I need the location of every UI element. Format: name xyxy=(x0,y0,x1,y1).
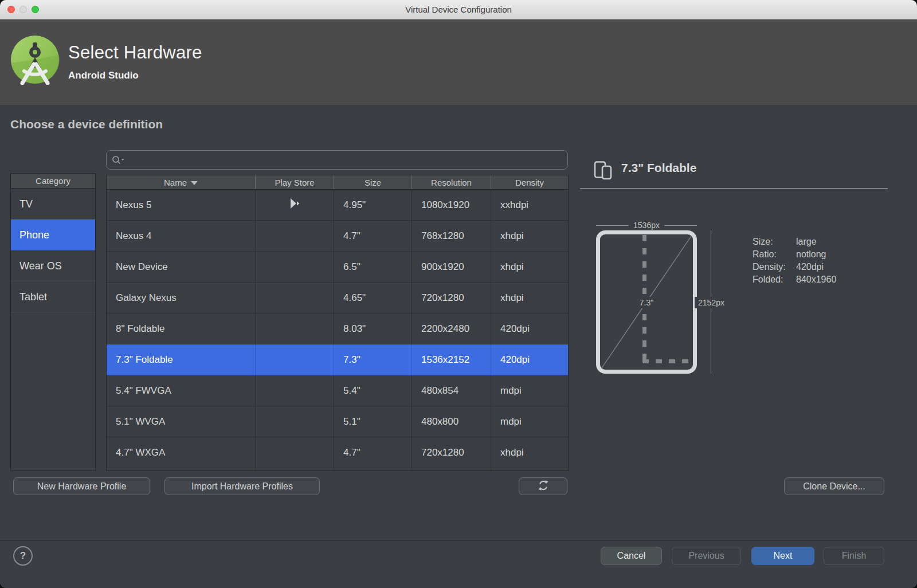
spec-value-ratio: notlong xyxy=(796,248,836,261)
device-row-8-foldable[interactable]: 8" Foldable8.03"2200x2480420dpi xyxy=(107,313,568,344)
device-row-nexus-4[interactable]: Nexus 44.7"768x1280xhdpi xyxy=(107,221,568,252)
spec-label-size: Size: xyxy=(753,236,796,248)
detail-device-title: 7.3" Foldable xyxy=(621,161,696,175)
finish-button[interactable]: Finish xyxy=(824,547,884,565)
category-list: TVPhoneWear OSTablet xyxy=(11,189,95,312)
column-header-play-store[interactable]: Play Store xyxy=(256,175,334,189)
search-input[interactable] xyxy=(128,155,563,165)
device-search-field[interactable] xyxy=(106,150,568,170)
help-button[interactable]: ? xyxy=(13,546,33,566)
device-name-cell: 5.4" FWVGA xyxy=(107,375,256,406)
next-button[interactable]: Next xyxy=(751,547,814,565)
play-store-cell xyxy=(256,313,334,344)
play-store-cell xyxy=(256,344,334,375)
size-cell: 5.1" xyxy=(334,406,412,437)
density-cell: xhdpi xyxy=(491,252,568,282)
refresh-button[interactable] xyxy=(519,477,567,495)
android-studio-logo-icon xyxy=(10,34,60,85)
density-cell: mdpi xyxy=(491,375,568,406)
resolution-cell: 480x854 xyxy=(412,375,491,406)
device-table-header: NamePlay StoreSizeResolutionDensity xyxy=(107,175,568,190)
section-title: Choose a device definition xyxy=(10,117,163,131)
device-row-partial xyxy=(107,468,568,471)
resolution-cell: 720x1280 xyxy=(412,437,491,468)
new-hardware-profile-button[interactable]: New Hardware Profile xyxy=(13,477,150,495)
device-row-nexus-5[interactable]: Nexus 54.95"1080x1920xxhdpi xyxy=(107,190,568,221)
spec-value-folded: 840x1960 xyxy=(796,273,836,286)
resolution-cell: 720x1280 xyxy=(412,283,491,313)
device-specs: Size:largeRatio:notlongDensity:420dpiFol… xyxy=(753,236,836,286)
close-window-button[interactable] xyxy=(7,6,15,13)
density-cell: xhdpi xyxy=(491,221,568,251)
device-row-5-4-fwvga[interactable]: 5.4" FWVGA5.4"480x854mdpi xyxy=(107,375,568,406)
clone-device-button[interactable]: Clone Device... xyxy=(784,477,884,495)
category-item-wear-os[interactable]: Wear OS xyxy=(11,250,95,281)
diagram-width-measure: 1536px xyxy=(596,221,697,230)
density-cell: mdpi xyxy=(491,406,568,437)
density-cell: xhdpi xyxy=(491,437,568,468)
device-name-cell: 7.3" Foldable xyxy=(107,344,256,375)
column-header-name[interactable]: Name xyxy=(107,175,256,189)
previous-button[interactable]: Previous xyxy=(672,547,741,565)
import-hardware-profiles-button[interactable]: Import Hardware Profiles xyxy=(164,477,320,495)
page-title: Select Hardware xyxy=(68,42,202,63)
category-item-tablet[interactable]: Tablet xyxy=(11,281,95,312)
category-item-phone[interactable]: Phone xyxy=(11,219,95,250)
device-name-cell: 5.1" WVGA xyxy=(107,406,256,437)
device-row-4-7-wxga[interactable]: 4.7" WXGA4.7"720x1280xhdpi xyxy=(107,437,568,468)
cancel-button[interactable]: Cancel xyxy=(601,547,662,565)
resolution-cell: 2200x2480 xyxy=(412,313,491,344)
virtual-device-configuration-window: Virtual Device Configuration Select Hard… xyxy=(0,0,917,588)
device-row-galaxy-nexus[interactable]: Galaxy Nexus4.65"720x1280xhdpi xyxy=(107,283,568,313)
category-item-tv[interactable]: TV xyxy=(11,189,95,219)
resolution-cell: 1080x1920 xyxy=(412,190,491,220)
sort-descending-icon xyxy=(191,181,198,185)
device-name-cell: Galaxy Nexus xyxy=(107,283,256,313)
play-store-cell xyxy=(256,283,334,313)
play-store-cell xyxy=(256,406,334,437)
size-cell: 4.65" xyxy=(334,283,412,313)
device-name-cell: 4.7" WXGA xyxy=(107,437,256,468)
device-table: NamePlay StoreSizeResolutionDensity Nexu… xyxy=(106,175,569,471)
size-cell: 6.5" xyxy=(334,252,412,282)
column-header-resolution[interactable]: Resolution xyxy=(412,175,491,189)
diagram-diagonal-label: 7.3" xyxy=(633,297,660,308)
device-row-new-device[interactable]: New Device6.5"900x1920xhdpi xyxy=(107,252,568,283)
titlebar: Virtual Device Configuration xyxy=(0,0,917,19)
device-pair-icon xyxy=(594,159,612,182)
diagram-width-label: 1536px xyxy=(633,221,660,230)
category-column-header: Category xyxy=(11,174,95,189)
column-header-size[interactable]: Size xyxy=(334,175,412,189)
device-row-5-1-wvga[interactable]: 5.1" WVGA5.1"480x800mdpi xyxy=(107,406,568,437)
column-header-density[interactable]: Density xyxy=(491,175,568,189)
spec-label-folded: Folded: xyxy=(753,273,796,286)
spec-label-density: Density: xyxy=(753,261,796,273)
density-cell: xhdpi xyxy=(491,283,568,313)
spec-label-ratio: Ratio: xyxy=(753,248,796,261)
traffic-lights xyxy=(7,6,39,13)
device-name-cell: Nexus 5 xyxy=(107,190,256,220)
spec-value-size: large xyxy=(796,236,836,248)
fold-line-horizontal xyxy=(642,359,693,363)
density-cell: xxhdpi xyxy=(491,190,568,220)
resolution-cell: 480x800 xyxy=(412,406,491,437)
resolution-cell: 768x1280 xyxy=(412,221,491,251)
size-cell: 4.95" xyxy=(334,190,412,220)
device-row-7-3-foldable[interactable]: 7.3" Foldable7.3"1536x2152420dpi xyxy=(107,344,568,375)
zoom-window-button[interactable] xyxy=(32,6,39,13)
size-cell: 4.7" xyxy=(334,437,412,468)
play-store-cell xyxy=(256,190,334,220)
page-subtitle: Android Studio xyxy=(68,70,139,81)
play-store-cell xyxy=(256,221,334,251)
density-cell: 420dpi xyxy=(491,313,568,344)
refresh-icon xyxy=(538,480,549,493)
device-table-body: Nexus 54.95"1080x1920xxhdpiNexus 44.7"76… xyxy=(107,190,568,471)
minimize-window-button[interactable] xyxy=(19,6,27,13)
device-name-cell: 8" Foldable xyxy=(107,313,256,344)
size-cell: 4.7" xyxy=(334,221,412,251)
wizard-header: Select Hardware Android Studio xyxy=(0,19,917,105)
play-store-cell xyxy=(256,375,334,406)
play-store-cell xyxy=(256,252,334,282)
play-store-icon xyxy=(289,198,300,212)
size-cell: 8.03" xyxy=(334,313,412,344)
